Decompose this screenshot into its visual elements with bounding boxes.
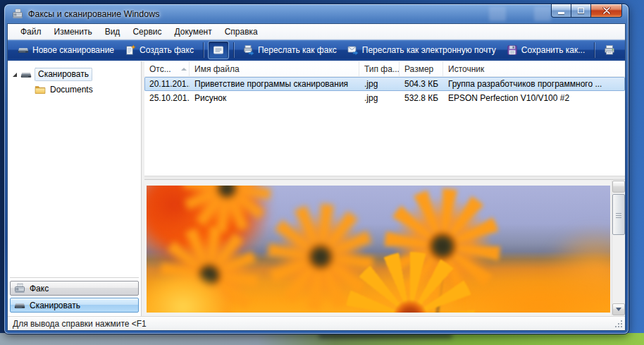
cell-name: Приветствие программы сканирования [190,79,359,89]
column-header-source[interactable]: Источник [443,61,625,76]
tree-item-documents[interactable]: Documents [8,82,141,97]
minimize-icon [558,12,564,14]
list-row-welcome-scan[interactable]: 20.11.201... Приветствие программы скани… [144,77,625,91]
forward-fax-button[interactable]: Переслать как факс [238,41,342,59]
list-header: Отс... Имя файла Тип фа... Размер [144,61,625,77]
photo-flower-blur [147,270,230,313]
status-bar: Для вывода справки нажмите <F1 [8,316,625,330]
content-pane: Отс... Имя файла Тип фа... Размер [144,61,625,316]
column-header-date[interactable]: Отс... [144,61,190,76]
cell-source: Группа разработчиков программного ... [443,79,625,89]
cell-type: .jpg [359,93,400,103]
column-header-type[interactable]: Тип фа... [359,61,400,76]
delete-button[interactable] [621,41,626,59]
close-button[interactable] [590,4,622,18]
menu-view[interactable]: Вид [99,25,127,39]
document-view-icon [213,44,224,56]
cell-date: 20.11.201... [144,79,190,89]
save-as-button[interactable]: Сохранить как... [502,41,590,59]
column-header-date-label: Отс... [149,64,171,74]
new-scan-label: Новое сканирование [32,45,114,55]
email-forward-icon [347,44,359,56]
print-button[interactable] [599,41,620,59]
cell-name: Рисунок [190,93,359,103]
tree-item-documents-label: Documents [50,85,93,95]
close-icon [602,7,611,14]
toolbar: Новое сканирование Создать факс Переслат… [8,40,625,61]
titlebar[interactable]: Факсы и сканирование Windows [4,4,628,23]
fax-forward-icon [243,44,254,56]
nav-fax-label: Факс [30,284,49,293]
tree-item-scan-label: Сканировать [35,68,92,81]
folder-icon [35,84,46,95]
toolbar-separator [594,42,595,58]
menu-tools[interactable]: Сервис [126,25,168,39]
nav-fax-button[interactable]: Факс [10,281,139,296]
document-star-icon [125,44,136,56]
app-fax-machine-icon [12,8,23,20]
folder-pane: Сканировать Documents Факс [8,61,142,316]
maximize-icon [578,8,584,13]
scroll-thumb[interactable] [612,194,625,235]
window-title: Факсы и сканирование Windows [28,9,159,19]
expand-triangle-icon[interactable] [13,73,17,77]
nav-scan-label: Сканировать [30,301,80,310]
cell-size: 504.3 КБ [400,79,443,89]
create-fax-button[interactable]: Создать факс [120,41,199,59]
main-region: Сканировать Documents Факс [8,61,625,316]
toolbar-separator [203,42,204,58]
menu-edit[interactable]: Изменить [48,25,99,39]
minimize-button[interactable] [551,4,571,18]
preview-pane [144,180,625,316]
forward-email-label: Переслать как электронную почту [362,45,496,55]
scroll-up-button[interactable] [612,181,625,193]
column-header-type-label: Тип фа... [364,64,400,74]
menu-bar: Файл Изменить Вид Сервис Документ Справк… [8,24,625,40]
glass-reflection [489,6,506,21]
cell-size: 532.8 КБ [400,93,443,103]
cell-date: 25.10.201... [144,93,190,103]
preview-scrollbar[interactable] [612,181,624,315]
app-window: Факсы и сканирование Windows Файл Измени… [4,4,628,334]
toolbar-separator [233,42,234,58]
scanner-icon [20,69,32,80]
fax-machine-icon [14,283,25,294]
create-fax-label: Создать факс [140,45,194,55]
preview-photo-orange-daisies [147,186,610,313]
column-header-size-label: Размер [404,64,433,74]
resize-grip[interactable] [614,320,623,328]
list-row-picture[interactable]: 25.10.201... Рисунок .jpg 532.8 КБ EPSON… [144,91,625,105]
glass-reflection [534,6,551,21]
column-header-source-label: Источник [448,64,484,74]
save-as-label: Сохранить как... [521,45,585,55]
document-list: Отс... Имя файла Тип фа... Размер [144,61,625,176]
scanner-icon [18,44,29,56]
column-header-size[interactable]: Размер [400,61,443,76]
folder-tree: Сканировать Documents [8,61,141,97]
floppy-disk-icon [507,44,518,56]
status-text: Для вывода справки нажмите <F1 [13,319,147,329]
column-header-name-label: Имя файла [194,64,240,74]
menu-document[interactable]: Документ [168,25,218,39]
scroll-down-button[interactable] [612,303,625,315]
client-area: Файл Изменить Вид Сервис Документ Справк… [7,23,626,331]
printer-icon [604,44,615,56]
maximize-button[interactable] [571,4,590,18]
scanner-icon [14,300,25,311]
new-scan-button[interactable]: Новое сканирование [13,41,119,59]
column-header-name[interactable]: Имя файла [190,61,359,76]
nav-scan-button[interactable]: Сканировать [10,298,139,313]
forward-email-button[interactable]: Переслать как электронную почту [342,41,501,59]
menu-help[interactable]: Справка [218,25,264,39]
nav-button-group: Факс Сканировать [10,277,139,315]
menu-file[interactable]: Файл [14,25,48,39]
cell-source: EPSON Perfection V10/V100 #2 [443,93,625,103]
view-toggle-button[interactable] [208,41,229,59]
forward-fax-label: Переслать как факс [258,45,337,55]
caption-buttons [551,4,622,18]
cell-type: .jpg [359,79,400,89]
thumb-grip [616,213,621,214]
tree-item-scan[interactable]: Сканировать [8,67,141,82]
arrow-down-icon [616,308,621,311]
sort-ascending-icon [181,68,187,71]
